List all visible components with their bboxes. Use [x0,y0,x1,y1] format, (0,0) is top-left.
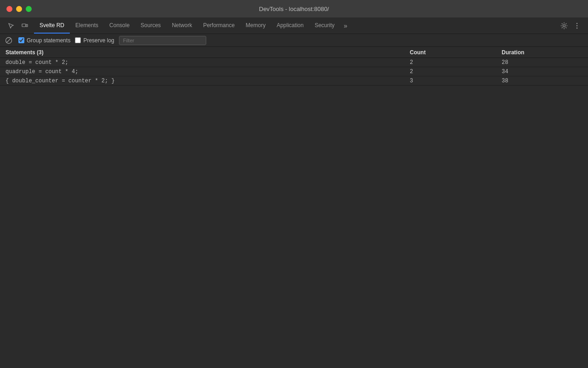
tab-left-icons [2,17,34,34]
tab-sources[interactable]: Sources [135,17,166,34]
settings-icon-button[interactable] [559,20,570,31]
table-row[interactable]: quadruple = count * 4; 2 34 [0,67,588,76]
svg-point-4 [577,25,577,26]
tab-right-icons [555,17,586,34]
preserve-log-label[interactable]: Preserve log [75,37,114,44]
tab-security[interactable]: Security [309,17,340,34]
duration-column-header: Duration [496,49,588,56]
close-button[interactable] [6,6,12,12]
tab-performance[interactable]: Performance [198,17,240,34]
preserve-log-checkbox[interactable] [75,37,81,43]
svg-rect-0 [22,24,26,27]
clear-log-button[interactable] [4,35,14,46]
title-bar: DevTools - localhost:8080/ [0,0,588,17]
svg-point-2 [563,24,565,27]
cursor-icon-button[interactable] [6,20,17,31]
window-title: DevTools - localhost:8080/ [259,6,329,12]
count-cell: 2 [404,59,496,66]
toolbar: Group statements Preserve log [0,34,588,47]
traffic-lights [6,6,32,12]
tab-memory[interactable]: Memory [240,17,271,34]
statement-cell: quadruple = count * 4; [0,69,404,75]
minimize-button[interactable] [16,6,22,12]
tab-bar: Svelte RD Elements Console Sources Netwo… [0,17,588,34]
tab-application[interactable]: Application [271,17,309,34]
duration-cell: 38 [496,78,588,84]
statement-cell: { double_counter = counter * 2; } [0,78,404,84]
table-row[interactable]: double = count * 2; 2 28 [0,58,588,67]
filter-input[interactable] [119,36,206,45]
svg-rect-1 [26,24,28,27]
table-header: Statements (3) Count Duration [0,47,588,58]
count-cell: 3 [404,78,496,84]
tab-console[interactable]: Console [104,17,135,34]
statements-column-header: Statements (3) [0,49,404,56]
count-column-header: Count [404,49,496,56]
svg-line-7 [6,38,11,43]
statements-table: Statements (3) Count Duration double = c… [0,47,588,86]
more-tabs-button[interactable]: » [340,17,351,34]
table-row[interactable]: { double_counter = counter * 2; } 3 38 [0,76,588,86]
statement-cell: double = count * 2; [0,59,404,66]
group-statements-checkbox[interactable] [18,37,24,43]
duration-cell: 28 [496,59,588,66]
tab-network[interactable]: Network [166,17,198,34]
more-options-icon-button[interactable] [571,20,582,31]
group-statements-label[interactable]: Group statements [18,37,70,44]
device-toggle-icon-button[interactable] [19,20,30,31]
svg-point-3 [577,23,577,23]
svg-point-5 [577,27,577,28]
tab-svelte-rd[interactable]: Svelte RD [34,17,70,34]
maximize-button[interactable] [26,6,32,12]
count-cell: 2 [404,69,496,75]
duration-cell: 34 [496,69,588,75]
tab-elements[interactable]: Elements [70,17,104,34]
